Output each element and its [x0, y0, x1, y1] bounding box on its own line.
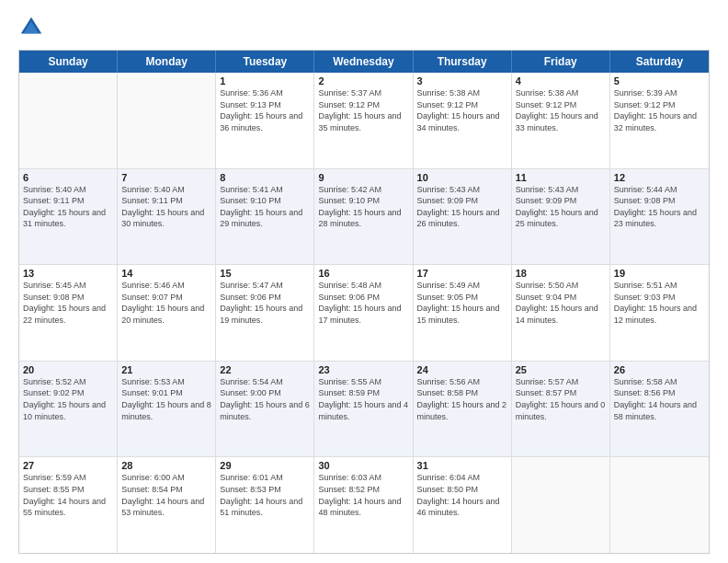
header-day-tuesday: Tuesday [216, 51, 314, 73]
day-number: 18 [516, 268, 606, 279]
day-info: Sunrise: 5:54 AM Sunset: 9:00 PM Dayligh… [220, 376, 310, 422]
day-number: 12 [614, 172, 705, 183]
day-info: Sunrise: 5:53 AM Sunset: 9:01 PM Dayligh… [121, 376, 211, 422]
day-info: Sunrise: 5:43 AM Sunset: 9:09 PM Dayligh… [516, 184, 606, 230]
calendar-cell-2-1: 14Sunrise: 5:46 AM Sunset: 9:07 PM Dayli… [118, 265, 216, 361]
day-info: Sunrise: 5:40 AM Sunset: 9:11 PM Dayligh… [121, 184, 211, 230]
calendar-cell-3-0: 20Sunrise: 5:52 AM Sunset: 9:02 PM Dayli… [19, 362, 118, 457]
day-number: 24 [417, 364, 507, 375]
calendar-cell-2-3: 16Sunrise: 5:48 AM Sunset: 9:06 PM Dayli… [314, 265, 413, 361]
calendar-cell-2-2: 15Sunrise: 5:47 AM Sunset: 9:06 PM Dayli… [216, 265, 314, 361]
calendar-cell-4-2: 29Sunrise: 6:01 AM Sunset: 8:53 PM Dayli… [216, 457, 314, 553]
logo-icon [18, 15, 44, 40]
header-day-friday: Friday [512, 51, 610, 73]
day-info: Sunrise: 6:01 AM Sunset: 8:53 PM Dayligh… [220, 472, 310, 518]
calendar-cell-0-4: 3Sunrise: 5:38 AM Sunset: 9:12 PM Daylig… [414, 73, 512, 168]
calendar-cell-2-4: 17Sunrise: 5:49 AM Sunset: 9:05 PM Dayli… [414, 265, 512, 361]
day-info: Sunrise: 6:00 AM Sunset: 8:54 PM Dayligh… [121, 472, 211, 518]
header-day-thursday: Thursday [414, 51, 512, 73]
day-number: 3 [417, 75, 507, 86]
calendar-cell-0-1 [118, 73, 216, 168]
day-info: Sunrise: 5:49 AM Sunset: 9:05 PM Dayligh… [417, 280, 507, 326]
calendar-row-4: 27Sunrise: 5:59 AM Sunset: 8:55 PM Dayli… [19, 457, 709, 553]
day-number: 21 [121, 364, 211, 375]
calendar-row-2: 13Sunrise: 5:45 AM Sunset: 9:08 PM Dayli… [19, 265, 709, 362]
calendar-cell-2-0: 13Sunrise: 5:45 AM Sunset: 9:08 PM Dayli… [19, 265, 118, 361]
page: SundayMondayTuesdayWednesdayThursdayFrid… [0, 0, 728, 563]
calendar-cell-4-5 [512, 457, 610, 553]
day-info: Sunrise: 5:44 AM Sunset: 9:08 PM Dayligh… [614, 184, 705, 230]
calendar-row-0: 1Sunrise: 5:36 AM Sunset: 9:13 PM Daylig… [19, 73, 709, 169]
day-number: 16 [318, 268, 408, 279]
calendar-cell-3-4: 24Sunrise: 5:56 AM Sunset: 8:58 PM Dayli… [414, 362, 512, 457]
day-number: 30 [318, 460, 408, 471]
header-day-wednesday: Wednesday [314, 51, 413, 73]
day-number: 17 [417, 268, 507, 279]
header-day-sunday: Sunday [19, 51, 118, 73]
calendar-cell-1-3: 9Sunrise: 5:42 AM Sunset: 9:10 PM Daylig… [314, 169, 413, 265]
day-info: Sunrise: 5:46 AM Sunset: 9:07 PM Dayligh… [121, 280, 211, 326]
calendar-row-1: 6Sunrise: 5:40 AM Sunset: 9:11 PM Daylig… [19, 169, 709, 266]
calendar-cell-3-2: 22Sunrise: 5:54 AM Sunset: 9:00 PM Dayli… [216, 362, 314, 457]
day-info: Sunrise: 6:03 AM Sunset: 8:52 PM Dayligh… [318, 472, 408, 518]
calendar-cell-0-3: 2Sunrise: 5:37 AM Sunset: 9:12 PM Daylig… [314, 73, 413, 168]
day-info: Sunrise: 6:04 AM Sunset: 8:50 PM Dayligh… [417, 472, 507, 518]
calendar-header: SundayMondayTuesdayWednesdayThursdayFrid… [19, 51, 709, 73]
logo [18, 15, 48, 40]
day-info: Sunrise: 5:40 AM Sunset: 9:11 PM Dayligh… [23, 184, 113, 230]
day-info: Sunrise: 5:43 AM Sunset: 9:09 PM Dayligh… [417, 184, 507, 230]
day-info: Sunrise: 5:57 AM Sunset: 8:57 PM Dayligh… [516, 376, 606, 422]
calendar-cell-0-0 [19, 73, 118, 168]
day-info: Sunrise: 5:56 AM Sunset: 8:58 PM Dayligh… [417, 376, 507, 422]
day-info: Sunrise: 5:52 AM Sunset: 9:02 PM Dayligh… [23, 376, 113, 422]
day-number: 5 [614, 75, 705, 86]
calendar-cell-0-2: 1Sunrise: 5:36 AM Sunset: 9:13 PM Daylig… [216, 73, 314, 168]
calendar-cell-4-4: 31Sunrise: 6:04 AM Sunset: 8:50 PM Dayli… [414, 457, 512, 553]
calendar-cell-1-5: 11Sunrise: 5:43 AM Sunset: 9:09 PM Dayli… [512, 169, 610, 265]
day-info: Sunrise: 5:38 AM Sunset: 9:12 PM Dayligh… [417, 87, 507, 133]
day-number: 4 [516, 75, 606, 86]
day-number: 13 [23, 268, 113, 279]
day-info: Sunrise: 5:58 AM Sunset: 8:56 PM Dayligh… [614, 376, 705, 422]
day-number: 15 [220, 268, 310, 279]
day-number: 6 [23, 172, 113, 183]
day-info: Sunrise: 5:38 AM Sunset: 9:12 PM Dayligh… [516, 87, 606, 133]
day-number: 26 [614, 364, 705, 375]
calendar-cell-3-1: 21Sunrise: 5:53 AM Sunset: 9:01 PM Dayli… [118, 362, 216, 457]
day-number: 11 [516, 172, 606, 183]
day-number: 14 [121, 268, 211, 279]
day-number: 8 [220, 172, 310, 183]
calendar-body: 1Sunrise: 5:36 AM Sunset: 9:13 PM Daylig… [19, 73, 709, 553]
calendar-cell-2-5: 18Sunrise: 5:50 AM Sunset: 9:04 PM Dayli… [512, 265, 610, 361]
day-number: 20 [23, 364, 113, 375]
day-info: Sunrise: 5:55 AM Sunset: 8:59 PM Dayligh… [318, 376, 408, 422]
day-info: Sunrise: 5:42 AM Sunset: 9:10 PM Dayligh… [318, 184, 408, 230]
day-number: 23 [318, 364, 408, 375]
calendar-cell-4-1: 28Sunrise: 6:00 AM Sunset: 8:54 PM Dayli… [118, 457, 216, 553]
calendar-cell-2-6: 19Sunrise: 5:51 AM Sunset: 9:03 PM Dayli… [610, 265, 709, 361]
calendar-cell-0-5: 4Sunrise: 5:38 AM Sunset: 9:12 PM Daylig… [512, 73, 610, 168]
calendar-cell-1-0: 6Sunrise: 5:40 AM Sunset: 9:11 PM Daylig… [19, 169, 118, 265]
calendar: SundayMondayTuesdayWednesdayThursdayFrid… [18, 50, 710, 554]
calendar-cell-4-6 [610, 457, 709, 553]
day-number: 19 [614, 268, 705, 279]
calendar-cell-3-3: 23Sunrise: 5:55 AM Sunset: 8:59 PM Dayli… [314, 362, 413, 457]
day-info: Sunrise: 5:50 AM Sunset: 9:04 PM Dayligh… [516, 280, 606, 326]
calendar-row-3: 20Sunrise: 5:52 AM Sunset: 9:02 PM Dayli… [19, 362, 709, 458]
calendar-cell-1-2: 8Sunrise: 5:41 AM Sunset: 9:10 PM Daylig… [216, 169, 314, 265]
day-info: Sunrise: 5:36 AM Sunset: 9:13 PM Dayligh… [220, 87, 310, 133]
day-number: 10 [417, 172, 507, 183]
calendar-cell-4-3: 30Sunrise: 6:03 AM Sunset: 8:52 PM Dayli… [314, 457, 413, 553]
day-number: 27 [23, 460, 113, 471]
day-number: 25 [516, 364, 606, 375]
day-number: 7 [121, 172, 211, 183]
calendar-cell-3-5: 25Sunrise: 5:57 AM Sunset: 8:57 PM Dayli… [512, 362, 610, 457]
header-day-monday: Monday [118, 51, 216, 73]
day-number: 31 [417, 460, 507, 471]
day-number: 29 [220, 460, 310, 471]
day-info: Sunrise: 5:51 AM Sunset: 9:03 PM Dayligh… [614, 280, 705, 326]
day-number: 9 [318, 172, 408, 183]
calendar-cell-1-4: 10Sunrise: 5:43 AM Sunset: 9:09 PM Dayli… [414, 169, 512, 265]
calendar-cell-3-6: 26Sunrise: 5:58 AM Sunset: 8:56 PM Dayli… [610, 362, 709, 457]
calendar-cell-1-1: 7Sunrise: 5:40 AM Sunset: 9:11 PM Daylig… [118, 169, 216, 265]
